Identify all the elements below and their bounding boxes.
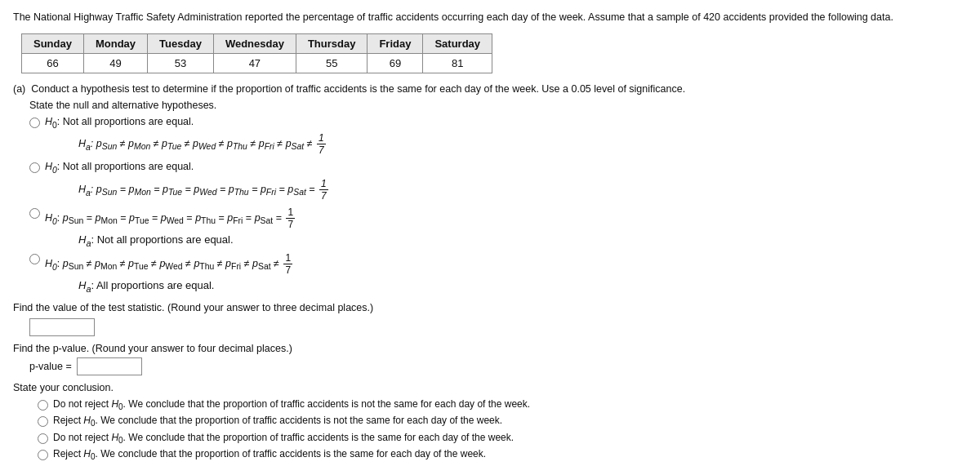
col-wednesday: Wednesday xyxy=(213,33,296,53)
option1-ha-math: Ha: pSun ≠ pMon ≠ pTue ≠ pWed ≠ pThu ≠ p… xyxy=(78,132,967,156)
conclusion-text-3: Do not reject H0. We conclude that the p… xyxy=(53,432,514,445)
hypothesis-option-2: H0: Not all proportions are equal. Ha: p… xyxy=(29,161,967,202)
val-saturday: 81 xyxy=(423,53,492,73)
option3-ha-text: Ha: Not all proportions are equal. xyxy=(78,233,967,248)
option2-ha-math: Ha: pSun = pMon = pTue = pWed = pThu = p… xyxy=(78,178,967,202)
test-statistic-input[interactable] xyxy=(29,318,95,336)
conclusion-options: Do not reject H0. We conclude that the p… xyxy=(38,398,967,462)
hypothesis-option-1: H0: Not all proportions are equal. Ha: p… xyxy=(29,116,967,157)
conclusion-radio-1[interactable] xyxy=(38,400,48,411)
col-saturday: Saturday xyxy=(423,33,492,53)
val-tuesday: 53 xyxy=(148,53,214,73)
val-monday: 49 xyxy=(83,53,147,73)
val-sunday: 66 xyxy=(22,53,84,73)
col-friday: Friday xyxy=(368,33,423,53)
hypothesis-option-3: H0: pSun = pMon = pTue = pWed = pThu = p… xyxy=(29,206,967,248)
col-monday: Monday xyxy=(83,33,147,53)
part-a: (a) Conduct a hypothesis test to determi… xyxy=(13,83,967,462)
option3-h0-row[interactable]: H0: pSun = pMon = pTue = pWed = pThu = p… xyxy=(29,206,967,230)
conclusion-text-2: Reject H0. We conclude that the proporti… xyxy=(53,415,502,428)
pvalue-input-row: p-value = xyxy=(29,357,967,375)
state-conclusion-label: State your conclusion. xyxy=(13,382,967,393)
option1-radio[interactable] xyxy=(29,118,40,128)
conclusion-option-4[interactable]: Reject H0. We conclude that the proporti… xyxy=(38,448,967,461)
val-wednesday: 47 xyxy=(213,53,296,73)
state-hypotheses-label: State the null and alternative hypothese… xyxy=(29,100,967,111)
option1-h0-text: H0: Not all proportions are equal. xyxy=(45,116,194,130)
part-a-label: (a) xyxy=(13,83,25,95)
option2-radio[interactable] xyxy=(29,162,40,173)
option2-ha-row[interactable]: H0: Not all proportions are equal. xyxy=(29,161,967,175)
option4-h0-math: H0: pSun ≠ pMon ≠ pTue ≠ pWed ≠ pThu ≠ p… xyxy=(45,252,294,276)
statistic-input-block xyxy=(29,318,967,336)
col-tuesday: Tuesday xyxy=(148,33,214,53)
pvalue-input[interactable] xyxy=(77,357,142,375)
conclusion-text-4: Reject H0. We conclude that the proporti… xyxy=(53,448,486,461)
option4-h0-row[interactable]: H0: pSun ≠ pMon ≠ pTue ≠ pWed ≠ pThu ≠ p… xyxy=(29,252,967,276)
option3-radio[interactable] xyxy=(29,208,40,219)
conclusion-radio-2[interactable] xyxy=(38,416,48,427)
option4-radio[interactable] xyxy=(29,254,40,264)
part-a-task: (a) Conduct a hypothesis test to determi… xyxy=(13,83,967,95)
hypothesis-option-4: H0: pSun ≠ pMon ≠ pTue ≠ pWed ≠ pThu ≠ p… xyxy=(29,252,967,294)
val-thursday: 55 xyxy=(296,53,368,73)
conclusion-radio-4[interactable] xyxy=(38,450,48,460)
conclusion-text-1: Do not reject H0. We conclude that the p… xyxy=(53,398,530,411)
find-pvalue-label: Find the p-value. (Round your answer to … xyxy=(13,343,967,354)
conclusion-radio-3[interactable] xyxy=(38,433,48,444)
col-thursday: Thursday xyxy=(296,33,368,53)
conclusion-option-1[interactable]: Do not reject H0. We conclude that the p… xyxy=(38,398,967,411)
conclusion-option-3[interactable]: Do not reject H0. We conclude that the p… xyxy=(38,432,967,445)
option3-h0-math: H0: pSun = pMon = pTue = pWed = pThu = p… xyxy=(45,206,296,230)
option4-ha-text: Ha: All proportions are equal. xyxy=(78,279,967,294)
find-statistic-label: Find the value of the test statistic. (R… xyxy=(13,302,967,313)
conclusion-option-2[interactable]: Reject H0. We conclude that the proporti… xyxy=(38,415,967,428)
option2-h0-blank: H0: Not all proportions are equal. xyxy=(45,161,194,175)
intro-text: The National Highway Traffic Safety Admi… xyxy=(13,10,967,25)
option1-h0-row[interactable]: H0: Not all proportions are equal. xyxy=(29,116,967,130)
col-sunday: Sunday xyxy=(22,33,84,53)
val-friday: 69 xyxy=(368,53,423,73)
data-table: Sunday Monday Tuesday Wednesday Thursday… xyxy=(21,33,492,73)
pvalue-label: p-value = xyxy=(29,361,72,372)
